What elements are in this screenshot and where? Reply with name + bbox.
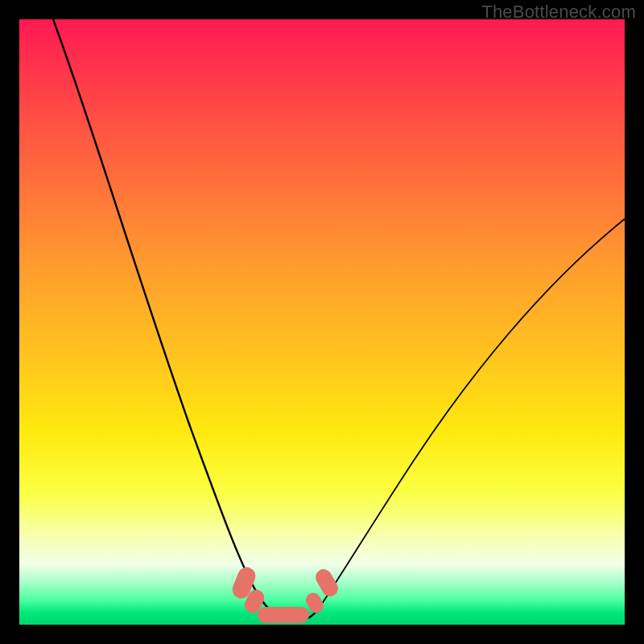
curve-right-arm (319, 219, 625, 609)
curve-left-arm (53, 19, 261, 599)
chart-frame: TheBottleneck.com (0, 0, 644, 644)
plot-area (19, 19, 625, 625)
watermark-text: TheBottleneck.com (481, 2, 636, 23)
curve-basin (261, 599, 319, 621)
bottleneck-curve (19, 19, 625, 625)
